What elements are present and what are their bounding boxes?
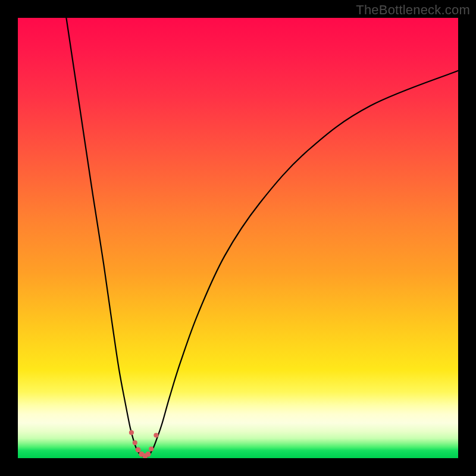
plot-area bbox=[18, 18, 458, 458]
right-branch-path bbox=[151, 71, 459, 453]
valley-marker bbox=[129, 430, 134, 435]
watermark-text: TheBottleneck.com bbox=[356, 2, 470, 18]
curve-layer bbox=[18, 18, 458, 458]
valley-marker bbox=[136, 447, 141, 452]
valley-marker bbox=[133, 440, 137, 445]
chart-frame: TheBottleneck.com bbox=[0, 0, 476, 476]
valley-marker bbox=[154, 433, 158, 437]
valley-marker bbox=[146, 452, 151, 457]
valley-markers bbox=[129, 430, 159, 458]
left-branch-path bbox=[66, 18, 138, 452]
valley-marker bbox=[149, 446, 154, 451]
